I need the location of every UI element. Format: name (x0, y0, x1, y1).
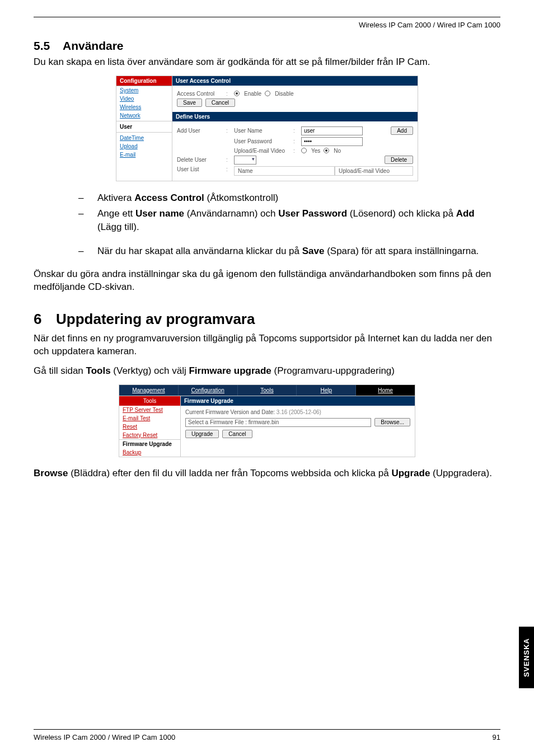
section-5-5-title: Användare (63, 39, 124, 52)
user-access-control-header: User Access Control (172, 76, 418, 86)
section-5-5-intro: Du kan skapa en lista över användare som… (34, 56, 500, 69)
user-panel-sidebar: Configuration System Video Wireless Netw… (116, 76, 172, 181)
section-6-heading: 6Uppdatering av programvara (34, 311, 500, 328)
firmware-upgrade-header: Firmware Upgrade (181, 396, 415, 406)
upload-video-no-label: No (334, 148, 341, 154)
language-tab: SVENSKA (519, 627, 534, 688)
user-name-input[interactable] (301, 126, 363, 135)
user-panel: Configuration System Video Wireless Netw… (116, 76, 418, 181)
access-control-disable-radio[interactable] (265, 91, 270, 96)
access-control-label: Access Control (177, 91, 223, 97)
firmware-main: Firmware Upgrade Current Firmware Versio… (181, 396, 415, 457)
closing-para: Browse (Bläddra) efter den fil du vill l… (34, 467, 500, 480)
firmware-sidebar: Tools FTP Server Test E-mail Test Reset … (119, 396, 181, 457)
instruction-item-3: När du har skapat alla användarna klicka… (78, 245, 500, 258)
firmware-top-tabs: Management Configuration Tools Help Home (119, 385, 415, 396)
section-6-p1: När det finns en ny programvaruversion t… (34, 332, 500, 358)
delete-button[interactable]: Delete (385, 156, 413, 164)
firmware-sidebar-active[interactable]: Tools (119, 396, 180, 406)
tab-help[interactable]: Help (297, 385, 356, 396)
tab-home[interactable]: Home (356, 385, 415, 396)
sidebar-item-user[interactable]: User (116, 123, 172, 131)
sidebar-item-backup[interactable]: Backup (119, 448, 180, 457)
header-rule (34, 17, 500, 17)
upload-video-yes-radio[interactable] (301, 148, 307, 153)
sidebar-item-reset[interactable]: Reset (119, 422, 180, 431)
section-6-p2: Gå till sidan Tools (Verktyg) och välj F… (34, 365, 500, 378)
delete-user-select[interactable] (234, 156, 256, 165)
user-password-label: User Password (234, 138, 290, 144)
user-list-label: User List (177, 166, 223, 172)
instruction-item-1: Aktivera Access Control (Åtkomstkontroll… (78, 191, 500, 205)
upload-email-video-label: Upload/E-mail Video (234, 148, 290, 154)
upload-video-yes-label: Yes (311, 148, 320, 154)
tab-tools[interactable]: Tools (238, 385, 297, 396)
sidebar-item-network[interactable]: Network (116, 111, 172, 120)
tab-configuration[interactable]: Configuration (179, 385, 238, 396)
firmware-file-input[interactable]: Select a Firmware File : firmware.bin (185, 418, 371, 427)
firmware-cancel-button[interactable]: Cancel (222, 430, 252, 438)
user-name-label: User Name (234, 128, 290, 134)
add-button[interactable]: Add (391, 126, 413, 135)
upgrade-button[interactable]: Upgrade (185, 430, 219, 438)
page-footer: Wireless IP Cam 2000 / Wired IP Cam 1000… (34, 729, 500, 741)
footer-product: Wireless IP Cam 2000 / Wired IP Cam 1000 (34, 733, 175, 741)
sidebar-item-system[interactable]: System (116, 86, 172, 95)
cancel-button[interactable]: Cancel (205, 98, 235, 107)
access-control-disable-label: Disable (275, 91, 293, 97)
sidebar-item-email[interactable]: E-mail (116, 151, 172, 159)
browse-button[interactable]: Browse... (374, 418, 410, 426)
sidebar-item-firmware-upgrade[interactable]: Firmware Upgrade (119, 440, 180, 448)
section-6-number: 6 (34, 311, 56, 328)
firmware-panel-figure: Management Configuration Tools Help Home… (34, 384, 500, 457)
user-password-input[interactable] (301, 137, 363, 146)
sidebar-item-video[interactable]: Video (116, 95, 172, 103)
delete-user-label: Delete User (177, 157, 223, 163)
user-list-col-upload: Upload/E-mail Video (335, 166, 413, 176)
tab-management[interactable]: Management (119, 385, 179, 396)
user-panel-figure: Configuration System Video Wireless Netw… (34, 76, 500, 181)
user-list-table: Name Upload/E-mail Video (234, 166, 413, 176)
sidebar-item-email-test[interactable]: E-mail Test (119, 414, 180, 422)
section-5-5-heading: 5.5Användare (34, 39, 500, 53)
header-product: Wireless IP Cam 2000 / Wired IP Cam 1000 (34, 21, 500, 29)
instruction-list: Aktivera Access Control (Åtkomstkontroll… (34, 191, 500, 258)
access-control-enable-radio[interactable] (234, 91, 240, 96)
sidebar-item-upload[interactable]: Upload (116, 142, 172, 151)
sidebar-item-wireless[interactable]: Wireless (116, 103, 172, 111)
section-5-5-number: 5.5 (34, 39, 63, 53)
save-button[interactable]: Save (177, 98, 202, 107)
define-users-header: Define Users (172, 112, 418, 121)
firmware-panel: Management Configuration Tools Help Home… (119, 384, 415, 457)
add-user-label: Add User (177, 128, 223, 134)
user-panel-main: User Access Control Access Control : Ena… (172, 76, 418, 181)
upload-video-no-radio[interactable] (324, 148, 329, 153)
sidebar-item-ftp-test[interactable]: FTP Server Test (119, 406, 180, 414)
section-6-title: Uppdatering av programvara (56, 311, 255, 327)
sidebar-item-datetime[interactable]: DateTime (116, 134, 172, 142)
para-after-bullets: Önskar du göra andra inställningar ska d… (34, 268, 500, 294)
sidebar-item-factory-reset[interactable]: Factory Reset (119, 431, 180, 439)
footer-page-number: 91 (493, 733, 500, 741)
user-list-col-name: Name (234, 166, 335, 176)
firmware-version-line: Current Firmware Version and Date: 3.16 … (185, 409, 410, 415)
instruction-item-2: Ange ett User name (Användarnamn) och Us… (78, 207, 500, 234)
access-control-enable-label: Enable (244, 91, 261, 97)
sidebar-tab-configuration[interactable]: Configuration (116, 76, 172, 86)
